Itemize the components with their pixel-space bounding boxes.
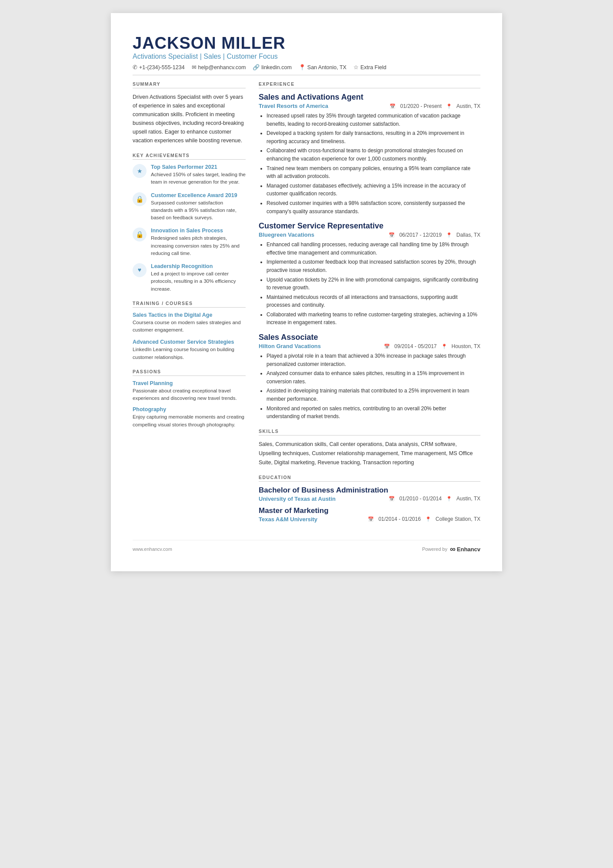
candidate-name: JACKSON MILLER [133,34,480,53]
bullet-0-2: Collaborated with cross-functional teams… [267,147,480,163]
job-bullets-2: Played a pivotal role in a team that ach… [259,352,480,421]
passion-desc-1: Enjoy capturing memorable moments and cr… [133,413,246,429]
footer-powered: Powered by ∞ Enhancv [422,545,480,554]
achievement-item-2: 🔒 Innovation in Sales Process Redesigned… [133,228,246,257]
achievement-title-3: Leadership Recognition [151,263,246,269]
job-date-loc-1: 06/2017 - 12/2019 Dallas, TX [389,232,480,238]
extra-contact: ☆ Extra Field [353,64,386,70]
passions-section-title: PASSIONS [133,369,246,376]
job-item-0: Sales and Activations Agent Travel Resor… [259,93,480,215]
pin-icon-0 [446,103,452,109]
star-icon: ☆ [353,64,359,70]
job-item-2: Sales Associate Hilton Grand Vacations 0… [259,333,480,421]
achievement-item-3: ♥ Leadership Recognition Led a project t… [133,263,246,293]
course-item-0: Sales Tactics in the Digital Age Courser… [133,312,246,334]
enhancv-logo: ∞ Enhancv [450,545,480,554]
pin-icon-edu-0 [446,496,452,502]
course-title-1: Advanced Customer Service Strategies [133,339,246,345]
job-title-2: Sales Associate [259,333,480,342]
edu-daterange-1: 01/2014 - 01/2016 [378,516,420,522]
course-desc-1: LinkedIn Learning course focusing on bui… [133,346,246,361]
bullet-0-3: Trained new team members on company poli… [267,164,480,181]
bullet-1-0: Enhanced call handling processes, reduci… [267,241,480,257]
edu-school-1: Texas A&M University [259,516,317,523]
bullet-1-3: Maintained meticulous records of all int… [267,293,480,309]
passion-item-1: Photography Enjoy capturing memorable mo… [133,406,246,429]
edu-location-1: College Station, TX [436,516,480,522]
bullet-0-1: Developed a tracking system for daily tr… [267,129,480,145]
skills-text: Sales, Communication skills, Call center… [259,440,480,468]
job-bullets-1: Enhanced call handling processes, reduci… [259,241,480,327]
phone-icon: ✆ [133,64,137,70]
email-icon: ✉ [192,64,197,70]
achievement-content-1: Customer Excellence Award 2019 Surpassed… [151,192,246,222]
job-item-1: Customer Service Representative Bluegree… [259,221,480,327]
cal-icon-edu-1 [368,516,374,522]
training-section-title: TRAINING / COURSES [133,301,246,308]
edu-item-0: Bachelor of Business Administration Univ… [259,486,480,502]
edu-degree-0: Bachelor of Business Administration [259,486,480,495]
bullet-0-4: Managed customer databases effectively, … [267,182,480,198]
bullet-1-1: Implemented a customer feedback loop tha… [267,258,480,274]
skills-section-title: SKILLS [259,429,480,436]
cal-icon-2 [384,343,390,349]
job-meta-1: Bluegreen Vacations 06/2017 - 12/2019 Da… [259,231,480,238]
job-company-0: Travel Resorts of America [259,103,328,109]
achievement-icon-3: ♥ [133,263,147,277]
experience-section-title: EXPERIENCE [259,81,480,88]
course-item-1: Advanced Customer Service Strategies Lin… [133,339,246,361]
achievement-title-1: Customer Excellence Award 2019 [151,192,246,198]
passion-title-0: Travel Planning [133,380,246,386]
job-location-0: Austin, TX [456,103,480,109]
header-contact: ✆ +1-(234)-555-1234 ✉ help@enhancv.com 🔗… [133,64,480,75]
edu-degree-1: Master of Marketing [259,506,480,515]
body-columns: SUMMARY Driven Activations Specialist wi… [133,81,480,527]
bullet-1-2: Upsold vacation tickets by 22% in line w… [267,276,480,292]
extra-value: Extra Field [360,64,386,70]
job-daterange-0: 01/2020 - Present [400,103,441,109]
bullet-0-0: Increased upsell rates by 35% through ta… [267,112,480,128]
job-location-1: Dallas, TX [456,232,480,238]
email-contact: ✉ help@enhancv.com [192,64,246,70]
linkedin-value: linkedin.com [261,64,291,70]
job-company-2: Hilton Grand Vacations [259,343,321,349]
edu-meta-0: University of Texas at Austin 01/2010 - … [259,496,480,502]
achievement-content-0: Top Sales Performer 2021 Achieved 150% o… [151,164,246,186]
left-column: SUMMARY Driven Activations Specialist wi… [133,81,246,527]
job-date-loc-2: 09/2014 - 05/2017 Houston, TX [384,343,480,349]
bullet-2-1: Analyzed consumer data to enhance sales … [267,369,480,385]
header: JACKSON MILLER Activations Specialist | … [133,34,480,75]
logo-icon: ∞ [450,545,456,554]
phone-value: +1-(234)-555-1234 [139,64,185,70]
pin-icon-2 [441,343,447,349]
job-daterange-2: 09/2014 - 05/2017 [394,343,436,349]
cal-icon-edu-0 [389,496,395,502]
edu-school-0: University of Texas at Austin [259,496,336,502]
passion-title-1: Photography [133,406,246,412]
job-meta-2: Hilton Grand Vacations 09/2014 - 05/2017… [259,343,480,349]
footer: www.enhancv.com Powered by ∞ Enhancv [133,540,480,554]
bullet-2-2: Assisted in developing training material… [267,387,480,403]
job-meta-0: Travel Resorts of America 01/2020 - Pres… [259,103,480,109]
bullet-1-4: Collaborated with marketing teams to ref… [267,311,480,327]
bullet-2-0: Played a pivotal role in a team that ach… [267,352,480,368]
footer-website: www.enhancv.com [133,546,172,552]
brand-name: Enhancv [457,546,480,553]
edu-daterange-0: 01/2010 - 01/2014 [399,496,441,502]
achievement-content-2: Innovation in Sales Process Redesigned s… [151,228,246,257]
achievement-desc-3: Led a project to improve call center pro… [151,270,246,293]
achievement-item-1: 🔒 Customer Excellence Award 2019 Surpass… [133,192,246,222]
bullet-2-3: Monitored and reported on sales metrics,… [267,405,480,421]
edu-meta-1: Texas A&M University 01/2014 - 01/2016 C… [259,516,480,523]
phone-contact: ✆ +1-(234)-555-1234 [133,64,185,70]
pin-icon-1 [446,232,452,238]
achievement-desc-1: Surpassed customer satisfaction standard… [151,199,246,222]
achievement-icon-0: ★ [133,164,147,178]
email-value: help@enhancv.com [198,64,246,70]
job-title-0: Sales and Activations Agent [259,93,480,102]
right-column: EXPERIENCE Sales and Activations Agent T… [259,81,480,527]
achievement-title-2: Innovation in Sales Process [151,228,246,234]
passion-item-0: Travel Planning Passionate about creatin… [133,380,246,402]
course-desc-0: Coursera course on modern sales strategi… [133,319,246,334]
job-bullets-0: Increased upsell rates by 35% through ta… [259,112,480,215]
